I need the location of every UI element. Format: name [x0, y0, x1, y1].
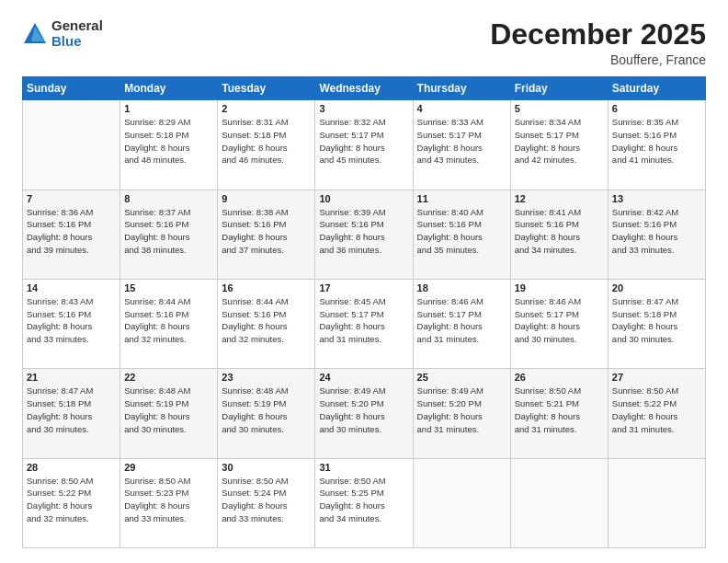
calendar-table: Sunday Monday Tuesday Wednesday Thursday…: [22, 76, 706, 548]
day-info: Sunrise: 8:31 AMSunset: 5:18 PMDaylight:…: [222, 116, 311, 167]
day-info: Sunrise: 8:41 AMSunset: 5:16 PMDaylight:…: [515, 206, 604, 257]
table-row: 29Sunrise: 8:50 AMSunset: 5:23 PMDayligh…: [120, 458, 218, 547]
day-number: 21: [27, 372, 116, 383]
table-row: 14Sunrise: 8:43 AMSunset: 5:16 PMDayligh…: [23, 279, 120, 368]
table-row: 13Sunrise: 8:42 AMSunset: 5:16 PMDayligh…: [608, 190, 705, 279]
day-info: Sunrise: 8:35 AMSunset: 5:16 PMDaylight:…: [612, 116, 701, 167]
col-friday: Friday: [510, 77, 608, 100]
calendar-week-row: 7Sunrise: 8:36 AMSunset: 5:16 PMDaylight…: [23, 190, 706, 279]
day-number: 6: [612, 103, 701, 114]
table-row: 8Sunrise: 8:37 AMSunset: 5:16 PMDaylight…: [120, 190, 218, 279]
col-saturday: Saturday: [608, 77, 705, 100]
day-info: Sunrise: 8:50 AMSunset: 5:21 PMDaylight:…: [515, 385, 604, 435]
day-info: Sunrise: 8:42 AMSunset: 5:16 PMDaylight:…: [612, 206, 701, 257]
table-row: 26Sunrise: 8:50 AMSunset: 5:21 PMDayligh…: [510, 369, 608, 458]
table-row: [608, 458, 705, 547]
table-row: 5Sunrise: 8:34 AMSunset: 5:17 PMDaylight…: [510, 100, 608, 190]
day-number: 23: [222, 372, 311, 383]
table-row: 28Sunrise: 8:50 AMSunset: 5:22 PMDayligh…: [23, 458, 120, 547]
col-sunday: Sunday: [23, 77, 120, 100]
day-number: 27: [612, 372, 701, 383]
day-number: 24: [319, 372, 408, 383]
day-number: 15: [124, 282, 213, 293]
day-info: Sunrise: 8:46 AMSunset: 5:17 PMDaylight:…: [417, 295, 506, 346]
table-row: 17Sunrise: 8:45 AMSunset: 5:17 PMDayligh…: [315, 279, 413, 368]
calendar-week-row: 14Sunrise: 8:43 AMSunset: 5:16 PMDayligh…: [23, 279, 706, 368]
day-info: Sunrise: 8:50 AMSunset: 5:22 PMDaylight:…: [27, 475, 116, 525]
day-info: Sunrise: 8:32 AMSunset: 5:17 PMDaylight:…: [319, 116, 408, 167]
calendar-week-row: 21Sunrise: 8:47 AMSunset: 5:18 PMDayligh…: [23, 369, 706, 458]
table-row: 24Sunrise: 8:49 AMSunset: 5:20 PMDayligh…: [315, 369, 413, 458]
day-info: Sunrise: 8:45 AMSunset: 5:17 PMDaylight:…: [319, 295, 408, 346]
table-row: 11Sunrise: 8:40 AMSunset: 5:16 PMDayligh…: [413, 190, 510, 279]
table-row: 4Sunrise: 8:33 AMSunset: 5:17 PMDaylight…: [413, 100, 510, 190]
day-number: 25: [417, 372, 506, 383]
day-number: 12: [515, 193, 604, 204]
day-number: 20: [612, 282, 701, 293]
page: General Blue December 2025 Bouffere, Fra…: [0, 0, 728, 563]
table-row: [510, 458, 608, 547]
day-number: 14: [27, 282, 116, 293]
table-row: 27Sunrise: 8:50 AMSunset: 5:22 PMDayligh…: [608, 369, 705, 458]
day-number: 22: [124, 372, 213, 383]
day-number: 16: [222, 282, 311, 293]
logo-icon: [22, 21, 48, 47]
day-info: Sunrise: 8:48 AMSunset: 5:19 PMDaylight:…: [124, 385, 213, 435]
day-number: 9: [222, 193, 311, 204]
col-monday: Monday: [120, 77, 218, 100]
table-row: 19Sunrise: 8:46 AMSunset: 5:17 PMDayligh…: [510, 279, 608, 368]
day-number: 4: [417, 103, 506, 114]
day-number: 1: [124, 103, 213, 114]
day-number: 30: [222, 462, 311, 473]
table-row: 12Sunrise: 8:41 AMSunset: 5:16 PMDayligh…: [510, 190, 608, 279]
table-row: 1Sunrise: 8:29 AMSunset: 5:18 PMDaylight…: [120, 100, 218, 190]
day-number: 2: [222, 103, 311, 114]
day-number: 18: [417, 282, 506, 293]
day-number: 11: [417, 193, 506, 204]
table-row: 2Sunrise: 8:31 AMSunset: 5:18 PMDaylight…: [218, 100, 315, 190]
col-thursday: Thursday: [413, 77, 510, 100]
table-row: [413, 458, 510, 547]
day-number: 5: [515, 103, 604, 114]
day-info: Sunrise: 8:48 AMSunset: 5:19 PMDaylight:…: [222, 385, 311, 435]
table-row: 15Sunrise: 8:44 AMSunset: 5:16 PMDayligh…: [120, 279, 218, 368]
day-info: Sunrise: 8:39 AMSunset: 5:16 PMDaylight:…: [319, 206, 408, 257]
day-info: Sunrise: 8:49 AMSunset: 5:20 PMDaylight:…: [417, 385, 506, 435]
table-row: 3Sunrise: 8:32 AMSunset: 5:17 PMDaylight…: [315, 100, 413, 190]
col-wednesday: Wednesday: [315, 77, 413, 100]
day-number: 29: [124, 462, 213, 473]
day-number: 10: [319, 193, 408, 204]
day-info: Sunrise: 8:46 AMSunset: 5:17 PMDaylight:…: [515, 295, 604, 346]
table-row: 20Sunrise: 8:47 AMSunset: 5:18 PMDayligh…: [608, 279, 705, 368]
title-block: December 2025 Bouffere, France: [490, 18, 706, 67]
calendar-week-row: 1Sunrise: 8:29 AMSunset: 5:18 PMDaylight…: [23, 100, 706, 190]
day-number: 28: [27, 462, 116, 473]
day-number: 7: [27, 193, 116, 204]
day-info: Sunrise: 8:50 AMSunset: 5:25 PMDaylight:…: [319, 475, 408, 525]
day-info: Sunrise: 8:44 AMSunset: 5:16 PMDaylight:…: [222, 295, 311, 346]
table-row: 9Sunrise: 8:38 AMSunset: 5:16 PMDaylight…: [218, 190, 315, 279]
day-number: 3: [319, 103, 408, 114]
day-info: Sunrise: 8:43 AMSunset: 5:16 PMDaylight:…: [27, 295, 116, 346]
table-row: 31Sunrise: 8:50 AMSunset: 5:25 PMDayligh…: [315, 458, 413, 547]
table-row: 10Sunrise: 8:39 AMSunset: 5:16 PMDayligh…: [315, 190, 413, 279]
table-row: 16Sunrise: 8:44 AMSunset: 5:16 PMDayligh…: [218, 279, 315, 368]
day-info: Sunrise: 8:33 AMSunset: 5:17 PMDaylight:…: [417, 116, 506, 167]
day-info: Sunrise: 8:40 AMSunset: 5:16 PMDaylight:…: [417, 206, 506, 257]
col-tuesday: Tuesday: [218, 77, 315, 100]
day-info: Sunrise: 8:49 AMSunset: 5:20 PMDaylight:…: [319, 385, 408, 435]
table-row: 6Sunrise: 8:35 AMSunset: 5:16 PMDaylight…: [608, 100, 705, 190]
day-info: Sunrise: 8:36 AMSunset: 5:16 PMDaylight:…: [27, 206, 116, 257]
day-info: Sunrise: 8:34 AMSunset: 5:17 PMDaylight:…: [515, 116, 604, 167]
subtitle: Bouffere, France: [490, 52, 706, 67]
day-info: Sunrise: 8:37 AMSunset: 5:16 PMDaylight:…: [124, 206, 213, 257]
day-info: Sunrise: 8:38 AMSunset: 5:16 PMDaylight:…: [222, 206, 311, 257]
day-number: 17: [319, 282, 408, 293]
table-row: 25Sunrise: 8:49 AMSunset: 5:20 PMDayligh…: [413, 369, 510, 458]
logo-blue-text: Blue: [51, 34, 103, 50]
table-row: 18Sunrise: 8:46 AMSunset: 5:17 PMDayligh…: [413, 279, 510, 368]
main-title: December 2025: [490, 18, 706, 51]
header: General Blue December 2025 Bouffere, Fra…: [22, 18, 706, 67]
table-row: 30Sunrise: 8:50 AMSunset: 5:24 PMDayligh…: [218, 458, 315, 547]
day-info: Sunrise: 8:50 AMSunset: 5:22 PMDaylight:…: [612, 385, 701, 435]
